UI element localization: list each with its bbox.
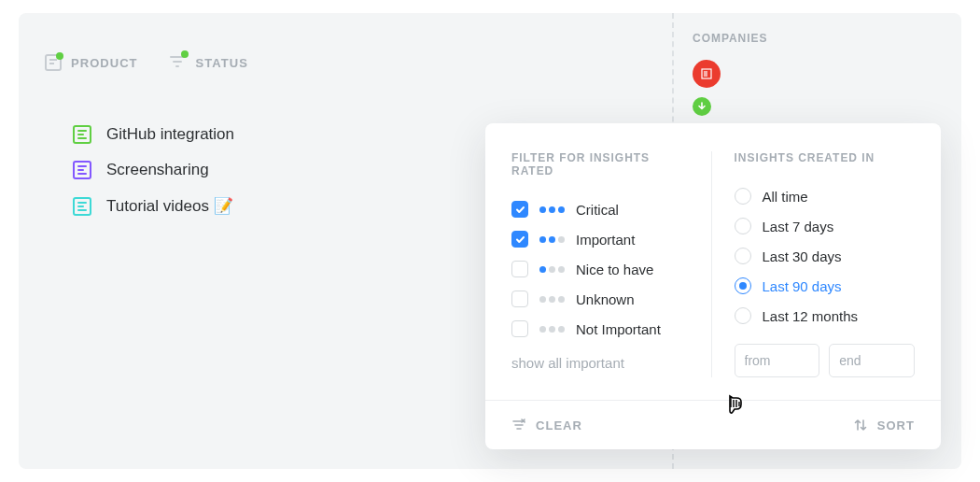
range-label: Last 12 months: [763, 308, 859, 324]
checkbox-icon: [511, 261, 528, 277]
range-option[interactable]: Last 12 months: [735, 301, 916, 331]
tab-status-label: STATUS: [196, 56, 248, 70]
company-avatar[interactable]: [693, 60, 721, 88]
range-label: Last 7 days: [763, 219, 834, 234]
sort-label: SORT: [877, 418, 915, 432]
rating-option[interactable]: Important: [511, 224, 693, 254]
rating-dots-icon: [539, 236, 565, 243]
download-badge[interactable]: [693, 97, 711, 116]
product-label: Screensharing: [106, 161, 209, 179]
sort-icon: [853, 418, 868, 432]
product-list: GitHub integration Screensharing Tutoria…: [73, 125, 234, 216]
document-icon: [73, 197, 91, 216]
rating-label: Nice to have: [576, 262, 653, 277]
cursor-pointer-icon: [722, 392, 749, 422]
product-label: GitHub integration: [106, 125, 234, 144]
range-label: Last 30 days: [763, 248, 842, 264]
clear-icon: [511, 418, 526, 432]
range-label: All time: [763, 189, 808, 205]
rating-dots-icon: [539, 296, 565, 303]
checkbox-icon: [511, 320, 528, 337]
rating-option[interactable]: Nice to have: [511, 254, 693, 284]
date-inputs: [735, 344, 916, 377]
range-option[interactable]: Last 30 days: [735, 241, 916, 271]
clear-label: CLEAR: [536, 418, 582, 432]
date-from-input[interactable]: [735, 344, 820, 377]
product-item[interactable]: Tutorial videos 📝: [73, 196, 234, 216]
tab-product[interactable]: PRODUCT: [45, 54, 138, 71]
product-item[interactable]: GitHub integration: [73, 125, 234, 144]
tab-product-label: PRODUCT: [71, 56, 138, 70]
companies-column: COMPANIES: [693, 32, 767, 88]
radio-icon: [735, 188, 751, 205]
show-all-link[interactable]: show all important: [511, 355, 693, 371]
date-end-input[interactable]: [829, 344, 915, 377]
range-option[interactable]: Last 7 days: [735, 211, 916, 241]
rating-option[interactable]: Not Important: [511, 314, 693, 344]
popover-body: FILTER FOR INSIGHTS RATED Critical Impor…: [485, 123, 941, 400]
rating-label: Not Important: [576, 321, 661, 337]
popover-footer: CLEAR SORT: [485, 400, 941, 449]
rating-option[interactable]: Critical: [511, 194, 693, 224]
rating-dots-icon: [539, 326, 565, 333]
document-icon: [73, 161, 91, 179]
company-avatar-icon: [700, 67, 713, 80]
range-option[interactable]: All time: [735, 181, 916, 211]
ratings-column: FILTER FOR INSIGHTS RATED Critical Impor…: [511, 151, 693, 377]
product-icon: [45, 54, 62, 71]
date-range-column: INSIGHTS CREATED IN All time Last 7 days…: [711, 151, 916, 377]
range-label: Last 90 days: [763, 278, 842, 294]
range-option[interactable]: Last 90 days: [735, 271, 916, 301]
rating-option[interactable]: Unknown: [511, 284, 693, 314]
radio-icon: [735, 248, 751, 264]
clear-button[interactable]: CLEAR: [511, 418, 582, 432]
radio-icon: [735, 307, 751, 324]
rating-label: Important: [576, 232, 635, 248]
product-label: Tutorial videos 📝: [106, 196, 233, 216]
rating-dots-icon: [539, 266, 565, 273]
app-stage: PRODUCT STATUS GitHub integration Screen…: [0, 0, 980, 482]
filter-icon: [170, 54, 187, 71]
sort-button[interactable]: SORT: [853, 418, 915, 432]
created-header: INSIGHTS CREATED IN: [735, 151, 916, 164]
rating-label: Critical: [576, 202, 619, 218]
checkbox-icon: [511, 201, 528, 218]
checkbox-icon: [511, 291, 528, 307]
product-item[interactable]: Screensharing: [73, 161, 234, 179]
filter-popover: FILTER FOR INSIGHTS RATED Critical Impor…: [485, 123, 941, 449]
checkbox-icon: [511, 231, 528, 248]
rating-label: Unknown: [576, 291, 635, 307]
main-panel: PRODUCT STATUS GitHub integration Screen…: [19, 13, 961, 469]
arrow-down-icon: [697, 102, 707, 111]
document-icon: [73, 125, 91, 144]
tab-status[interactable]: STATUS: [170, 54, 248, 71]
ratings-header: FILTER FOR INSIGHTS RATED: [511, 151, 693, 177]
column-tabs: PRODUCT STATUS: [45, 54, 248, 71]
companies-header: COMPANIES: [693, 32, 767, 45]
radio-icon: [735, 218, 751, 234]
rating-dots-icon: [539, 206, 565, 213]
radio-icon: [735, 277, 751, 294]
